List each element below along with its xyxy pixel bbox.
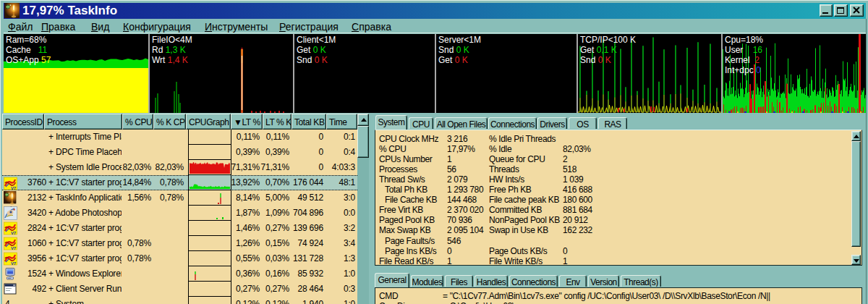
svg-text:V7: V7 xyxy=(11,261,17,266)
svg-text:V7: V7 xyxy=(11,246,17,250)
svg-text:V7: V7 xyxy=(11,231,17,235)
